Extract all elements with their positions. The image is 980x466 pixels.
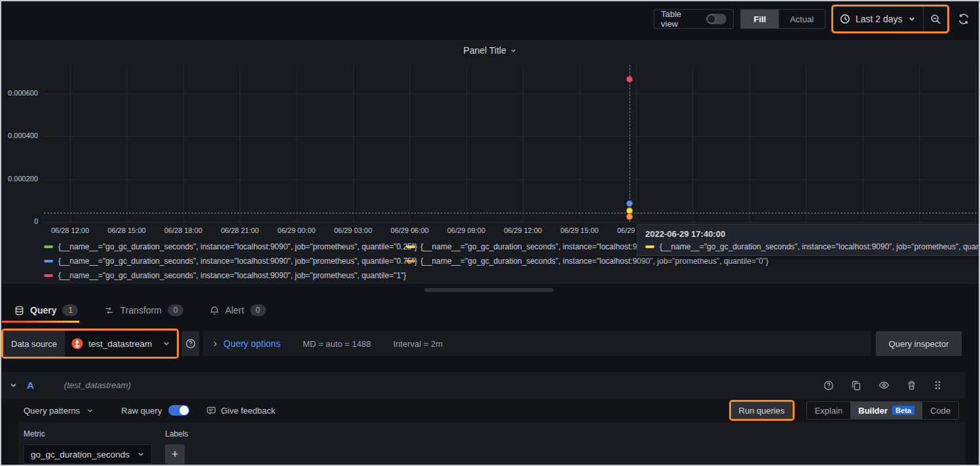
fill-button[interactable]: Fill xyxy=(741,10,779,28)
beta-badge: Beta xyxy=(892,406,914,415)
tab-transform[interactable]: Transform 0 xyxy=(104,298,183,323)
zoom-out-button[interactable] xyxy=(924,7,947,31)
legend-item[interactable]: {__name__="go_gc_duration_seconds", inst… xyxy=(406,254,768,268)
table-view-group: Table view xyxy=(654,9,734,29)
legend-marker xyxy=(406,245,415,248)
mode-code-button[interactable]: Code xyxy=(922,402,958,419)
chevron-down-icon xyxy=(162,340,170,348)
chevron-down-icon xyxy=(908,15,916,23)
zoom-out-icon xyxy=(930,14,941,25)
query-options-link[interactable]: Query options xyxy=(223,338,280,349)
x-tick-label: 06/29 06:00 xyxy=(380,226,439,234)
drag-grip-icon[interactable] xyxy=(933,380,942,390)
eye-icon[interactable] xyxy=(878,380,890,391)
give-feedback-link[interactable]: Give feedback xyxy=(221,406,275,416)
y-tick-label: 0.000400 xyxy=(1,132,38,139)
gridline-vertical xyxy=(409,65,410,222)
labels-label: Labels xyxy=(165,429,188,439)
gridline-vertical xyxy=(240,65,240,222)
metric-value: go_gc_duration_seconds xyxy=(31,450,130,459)
query-patterns-dropdown[interactable]: Query patterns xyxy=(24,406,80,416)
editor-tabs: Query 1 Transform 0 Alert 0 xyxy=(0,298,980,323)
tab-query-count: 1 xyxy=(62,304,78,316)
data-point xyxy=(626,213,633,220)
legend-label: {__name__="go_gc_duration_seconds", inst… xyxy=(58,257,417,266)
chevron-down-icon xyxy=(86,407,94,414)
clock-icon xyxy=(840,14,850,24)
editor-gutter xyxy=(0,422,18,466)
tab-alert[interactable]: Alert 0 xyxy=(210,298,266,323)
resize-drag-handle[interactable] xyxy=(424,288,554,292)
raw-query-toggle[interactable] xyxy=(168,405,189,416)
query-editor-container: A (test_datastream) xyxy=(0,372,966,466)
metric-label: Metric xyxy=(24,429,152,439)
raw-query-label: Raw query xyxy=(121,406,162,416)
data-point xyxy=(626,76,633,82)
query-ref-id: A xyxy=(27,380,34,391)
chevron-down-icon xyxy=(137,450,145,458)
chevron-down-icon[interactable] xyxy=(9,381,18,389)
x-tick-label: 06/29 15:00 xyxy=(550,226,609,234)
datasource-help-button[interactable] xyxy=(181,331,199,356)
tab-transform-label: Transform xyxy=(120,305,161,315)
feedback-comment-icon xyxy=(206,406,216,416)
y-tick-label: 0.000200 xyxy=(1,175,38,183)
tab-alert-count: 0 xyxy=(250,304,266,316)
gridline-vertical xyxy=(70,65,71,222)
add-label-button[interactable]: + xyxy=(165,444,185,464)
legend-marker xyxy=(44,274,53,277)
editor-panel: Metric go_gc_duration_seconds Labels + xyxy=(18,422,966,466)
legend-item[interactable]: {__name__="go_gc_duration_seconds", inst… xyxy=(44,240,417,254)
x-tick-label: 06/28 18:00 xyxy=(154,226,213,234)
legend-marker xyxy=(406,260,415,262)
help-circle-icon[interactable] xyxy=(823,380,834,391)
actual-button[interactable]: Actual xyxy=(779,10,825,28)
tooltip: 2022-06-29 17:40:00{__name__="go_gc_dura… xyxy=(637,224,980,256)
gridline-vertical xyxy=(523,65,523,222)
max-data-points-text: MD = auto = 1488 xyxy=(303,339,371,349)
legend-marker xyxy=(44,260,53,262)
metric-select[interactable]: go_gc_duration_seconds xyxy=(24,444,152,464)
run-queries-button[interactable]: Run queries xyxy=(731,402,793,419)
bell-icon xyxy=(210,306,219,315)
query-row-header[interactable]: A (test_datastream) xyxy=(0,372,966,399)
legend-item[interactable]: {__name__="go_gc_duration_seconds", inst… xyxy=(406,240,641,254)
duplicate-icon[interactable] xyxy=(851,380,861,391)
gridline-vertical xyxy=(580,65,580,222)
tab-query[interactable]: Query 1 xyxy=(14,298,78,323)
legend-marker xyxy=(44,245,53,248)
legend-item[interactable]: {__name__="go_gc_duration_seconds", inst… xyxy=(44,268,406,283)
datasource-picker[interactable]: test_datastream xyxy=(65,331,177,357)
gridline-vertical xyxy=(126,65,127,222)
interval-text: Interval = 2m xyxy=(393,339,443,349)
query-inspector-button[interactable]: Query inspector xyxy=(876,331,962,356)
tooltip-time: 2022-06-29 17:40:00 xyxy=(645,229,972,239)
query-toolbar: Query patterns Raw query Give feedback R… xyxy=(0,399,966,422)
trash-icon[interactable] xyxy=(907,380,916,390)
x-tick-label: 06/28 12:00 xyxy=(41,226,100,234)
refresh-icon xyxy=(958,13,970,25)
legend-label: {__name__="go_gc_duration_seconds", inst… xyxy=(421,242,641,251)
help-circle-icon xyxy=(185,338,196,349)
x-tick-label: 06/29 09:00 xyxy=(437,226,496,234)
mode-explain-button[interactable]: Explain xyxy=(807,402,851,419)
chart-area: 00.0002000.0004000.00060006/28 12:0006/2… xyxy=(1,41,979,283)
refresh-button[interactable] xyxy=(952,9,975,29)
time-range-annotation-box: Last 2 days xyxy=(831,5,949,33)
labels-field: Labels + xyxy=(165,429,188,466)
data-point xyxy=(626,200,633,207)
toggle-knob xyxy=(179,406,189,415)
query-builder-body: Metric go_gc_duration_seconds Labels + xyxy=(0,422,966,466)
time-range-picker[interactable]: Last 2 days xyxy=(833,7,923,31)
graph-panel: Panel Title 00.0002000.0004000.00060006/… xyxy=(1,41,979,283)
legend-item[interactable]: {__name__="go_gc_duration_seconds", inst… xyxy=(44,254,417,268)
crosshair-horizontal xyxy=(44,213,977,213)
metric-field: Metric go_gc_duration_seconds xyxy=(24,429,152,466)
run-queries-annotation-box: Run queries xyxy=(729,400,795,421)
mode-builder-button[interactable]: Builder Beta xyxy=(850,402,922,419)
datasource-annotation-box: Data source test_datastream xyxy=(1,329,179,359)
x-tick-label: 06/29 00:00 xyxy=(267,226,326,234)
query-datasource-hint: (test_datastream) xyxy=(64,380,131,390)
table-view-toggle[interactable] xyxy=(706,14,726,24)
transform-icon xyxy=(104,306,114,315)
